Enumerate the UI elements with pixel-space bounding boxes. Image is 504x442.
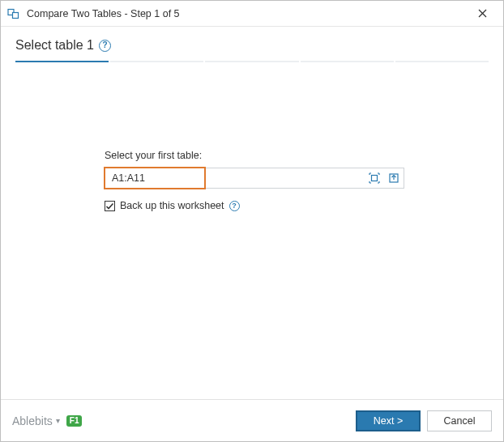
range-input[interactable] [110, 172, 199, 185]
expand-selection-icon [369, 172, 380, 184]
help-f1-button[interactable]: F1 [66, 415, 83, 427]
help-icon[interactable]: ? [99, 40, 111, 52]
range-selector [105, 168, 404, 189]
app-icon [7, 7, 20, 20]
brand-label: Ablebits [12, 414, 53, 427]
wizard-header: Select table 1 ? [1, 27, 503, 56]
expand-selection-button[interactable] [365, 168, 384, 188]
close-icon [478, 9, 487, 18]
collapse-dialog-button[interactable] [384, 168, 404, 188]
close-button[interactable] [468, 2, 497, 25]
svg-rect-1 [13, 12, 19, 18]
wizard-footer: Ablebits ▾ F1 Next > Cancel [1, 399, 503, 441]
next-button[interactable]: Next > [356, 410, 421, 431]
backup-checkbox[interactable] [105, 201, 115, 211]
step-title-row: Select table 1 ? [15, 38, 489, 53]
select-table-label: Select your first table: [105, 150, 404, 161]
step-title: Select table 1 [15, 38, 94, 53]
progress-bar [1, 56, 503, 62]
range-input-wrap [104, 167, 206, 189]
form-area: Select your first table: [105, 150, 404, 211]
cancel-button[interactable]: Cancel [427, 410, 492, 431]
range-spacer [204, 168, 365, 188]
backup-label: Back up this worksheet [120, 200, 224, 211]
chevron-down-icon: ▾ [56, 416, 60, 425]
backup-row: Back up this worksheet ? [105, 200, 404, 211]
collapse-dialog-icon [388, 172, 399, 184]
dialog-window: Compare Two Tables - Step 1 of 5 Select … [0, 0, 504, 442]
window-title: Compare Two Tables - Step 1 of 5 [27, 8, 468, 19]
wizard-body: Select your first table: [1, 62, 503, 399]
brand-menu[interactable]: Ablebits ▾ [12, 414, 60, 427]
title-bar: Compare Two Tables - Step 1 of 5 [1, 1, 503, 27]
svg-rect-4 [372, 176, 378, 181]
check-icon [105, 202, 114, 210]
backup-help-icon[interactable]: ? [229, 201, 240, 211]
